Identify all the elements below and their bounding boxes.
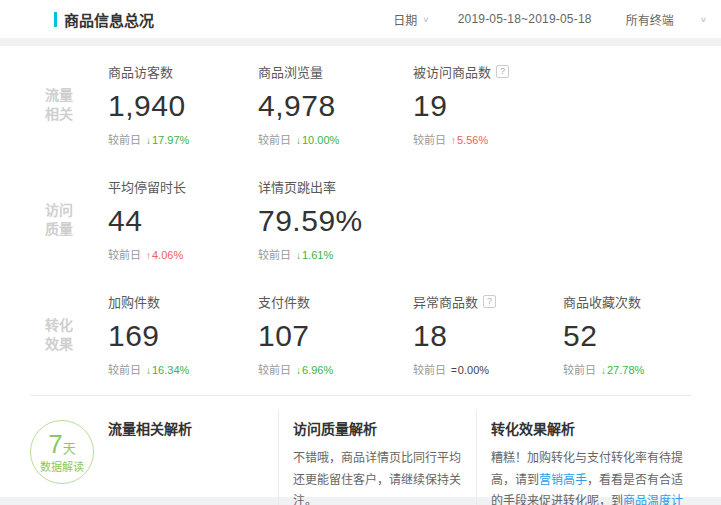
metric-value: 4,978 xyxy=(258,88,413,124)
trend-percent: 17.97% xyxy=(152,134,189,146)
compare-label: 较前日 xyxy=(108,364,141,376)
metric-abnormal-products: 异常商品数 ? 18 较前日=0.00% xyxy=(413,292,563,377)
metric-product-favorites: 商品收藏次数 52 较前日↓27.78% xyxy=(563,292,713,377)
metric-product-visitors: 商品访客数 1,940 较前日↓17.97% xyxy=(108,62,258,147)
compare-label: 较前日 xyxy=(108,134,141,146)
trend-percent: 10.00% xyxy=(302,134,339,146)
trend-arrow-icon: ↑ xyxy=(146,250,151,261)
insight-quality: 访问质量解析 不错哦，商品详情页比同行平均还更能留住客户，请继续保持关注。 xyxy=(278,410,476,505)
page-title: 商品信息总况 xyxy=(64,9,154,30)
trend-value: ↓10.00% xyxy=(296,134,339,146)
overview-card: 流量 相关 商品访客数 1,940 较前日↓17.97% 商品浏览量 4,978… xyxy=(0,46,721,497)
trend-percent: 1.61% xyxy=(302,249,333,261)
trend-value: ↓17.97% xyxy=(146,134,189,146)
trend-arrow-icon: ↓ xyxy=(601,365,606,376)
insight-title: 流量相关解析 xyxy=(108,418,264,438)
help-icon[interactable]: ? xyxy=(483,295,496,308)
insight-body: 糟糕！加购转化与支付转化率有待提高，请到营销高手，看看是否有合适的手段来促进转化… xyxy=(491,448,687,505)
metric-value: 107 xyxy=(258,318,413,354)
trend-arrow-icon: = xyxy=(451,365,457,376)
marketing-master-link[interactable]: 营销高手 xyxy=(539,473,587,487)
metric-row-traffic: 流量 相关 商品访客数 1,940 较前日↓17.97% 商品浏览量 4,978… xyxy=(0,46,721,161)
seven-day-badge: 7天 数据解读 xyxy=(30,420,94,484)
metric-compare: 较前日↓17.97% xyxy=(108,131,258,147)
trend-value: =0.00% xyxy=(451,364,489,376)
trend-arrow-icon: ↓ xyxy=(146,365,151,376)
trend-value: ↓6.96% xyxy=(296,364,333,376)
chevron-down-icon: ∨ xyxy=(422,15,429,24)
metric-label: 商品访客数 xyxy=(108,62,173,81)
metric-compare: 较前日↓27.78% xyxy=(563,361,713,377)
metric-product-pageviews: 商品浏览量 4,978 较前日↓10.00% xyxy=(258,62,413,147)
compare-label: 较前日 xyxy=(258,249,291,261)
trend-arrow-icon: ↓ xyxy=(146,135,151,146)
metric-avg-stay-time: 平均停留时长 44 较前日↑4.06% xyxy=(108,177,258,262)
date-filter-label: 日期 xyxy=(393,11,417,28)
terminal-select[interactable]: 所有终端 ∨ xyxy=(626,11,707,28)
metric-label: 详情页跳出率 xyxy=(258,177,336,196)
top-header-bar: 商品信息总况 日期 ∨ 2019-05-18~2019-05-18 所有终端 ∨ xyxy=(0,0,721,38)
compare-label: 较前日 xyxy=(413,134,446,146)
trend-value: ↓27.78% xyxy=(601,364,644,376)
badge-unit: 天 xyxy=(63,441,76,456)
insight-body: 不错哦，商品详情页比同行平均还更能留住客户，请继续保持关注。 xyxy=(293,448,462,505)
metric-value: 79.59% xyxy=(258,203,413,239)
terminal-select-value: 所有终端 xyxy=(626,11,674,28)
category-label-conversion: 转化 效果 xyxy=(0,316,108,354)
trend-percent: 6.96% xyxy=(302,364,333,376)
page-title-wrap: 商品信息总况 xyxy=(54,9,154,30)
help-icon[interactable]: ? xyxy=(496,65,509,78)
trend-value: ↓1.61% xyxy=(296,249,333,261)
trend-arrow-icon: ↓ xyxy=(296,135,301,146)
trend-percent: 4.06% xyxy=(152,249,183,261)
trend-arrow-icon: ↓ xyxy=(296,250,301,261)
trend-percent: 27.78% xyxy=(607,364,644,376)
insight-traffic: 流量相关解析 xyxy=(94,410,278,505)
trend-value: ↑5.56% xyxy=(451,134,488,146)
trend-percent: 5.56% xyxy=(457,134,488,146)
metric-label: 异常商品数 xyxy=(413,292,478,311)
title-accent-bar xyxy=(54,12,57,27)
compare-label: 较前日 xyxy=(258,134,291,146)
category-label-quality: 访问 质量 xyxy=(0,201,108,239)
metric-value: 169 xyxy=(108,318,258,354)
metric-paid-items: 支付件数 107 较前日↓6.96% xyxy=(258,292,413,377)
trend-arrow-icon: ↓ xyxy=(296,365,301,376)
metric-value: 1,940 xyxy=(108,88,258,124)
metric-compare: 较前日↓1.61% xyxy=(258,246,413,262)
metric-compare: 较前日↓16.34% xyxy=(108,361,258,377)
metric-label: 平均停留时长 xyxy=(108,177,186,196)
metric-label: 商品浏览量 xyxy=(258,62,323,81)
metric-row-quality: 访问 质量 平均停留时长 44 较前日↑4.06% 详情页跳出率 79.59% … xyxy=(0,161,721,276)
trend-arrow-icon: ↑ xyxy=(451,135,456,146)
date-range-picker[interactable]: 2019-05-18~2019-05-18 xyxy=(458,12,592,26)
compare-label: 较前日 xyxy=(563,364,596,376)
metric-detail-bounce-rate: 详情页跳出率 79.59% 较前日↓1.61% xyxy=(258,177,413,262)
metric-label: 加购件数 xyxy=(108,292,160,311)
metric-value: 19 xyxy=(413,88,563,124)
metric-compare: 较前日↑5.56% xyxy=(413,131,563,147)
metric-row-conversion: 转化 效果 加购件数 169 较前日↓16.34% 支付件数 107 较前日↓6… xyxy=(0,276,721,391)
date-filter-dropdown[interactable]: 日期 ∨ xyxy=(393,11,429,28)
badge-caption: 数据解读 xyxy=(40,458,84,474)
category-label-traffic: 流量 相关 xyxy=(0,86,108,124)
metric-visited-products: 被访问商品数 ? 19 较前日↑5.56% xyxy=(413,62,563,147)
header-controls: 日期 ∨ 2019-05-18~2019-05-18 所有终端 ∨ xyxy=(393,11,707,28)
metric-label: 支付件数 xyxy=(258,292,310,311)
product-thermometer-link[interactable]: 商品温度计 xyxy=(623,494,683,505)
compare-label: 较前日 xyxy=(413,364,446,376)
metric-value: 52 xyxy=(563,318,713,354)
metric-compare: 较前日↑4.06% xyxy=(108,246,258,262)
chevron-down-icon: ∨ xyxy=(700,15,707,24)
metric-compare: 较前日↓10.00% xyxy=(258,131,413,147)
insight-conversion: 转化效果解析 糟糕！加购转化与支付转化率有待提高，请到营销高手，看看是否有合适的… xyxy=(476,410,701,505)
trend-value: ↑4.06% xyxy=(146,249,183,261)
badge-number: 7 xyxy=(48,429,62,459)
trend-value: ↓16.34% xyxy=(146,364,189,376)
metric-cart-adds: 加购件数 169 较前日↓16.34% xyxy=(108,292,258,377)
metric-label: 商品收藏次数 xyxy=(563,292,641,311)
insight-title: 转化效果解析 xyxy=(491,418,687,438)
compare-label: 较前日 xyxy=(108,249,141,261)
trend-percent: 0.00% xyxy=(458,364,489,376)
metric-value: 18 xyxy=(413,318,563,354)
